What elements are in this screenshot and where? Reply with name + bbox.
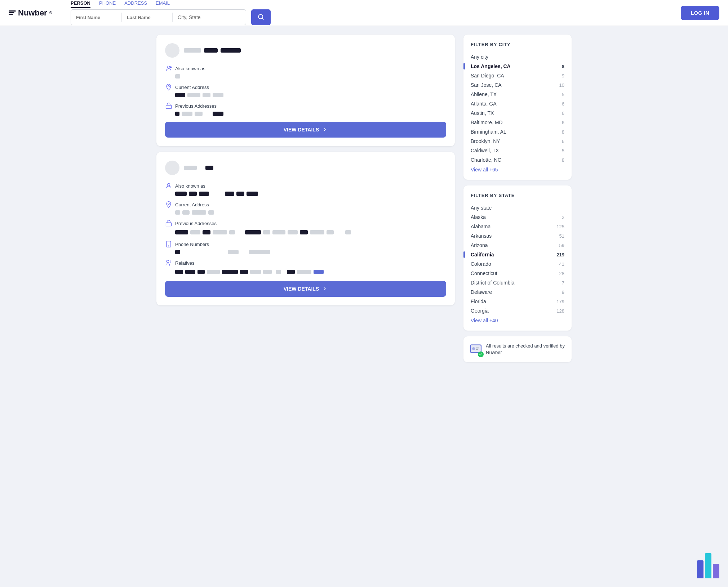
svg-line-1 [262,18,263,19]
card2-rel-content [165,269,446,275]
addr-r3 [203,93,210,97]
c2-rel-r5 [222,270,238,274]
filter-city-birmingham[interactable]: Birmingham, AL 8 [471,127,564,136]
svg-point-3 [170,66,172,68]
card2-phone-row: Phone Numbers [165,241,446,248]
svg-rect-12 [470,345,481,353]
filter-state-delaware[interactable]: Delaware 9 [471,287,564,297]
tab-phone[interactable]: PHONE [99,0,116,8]
verified-area: All results are checked and verified by … [463,336,572,362]
c2-aka-r6 [247,192,258,196]
tab-address[interactable]: ADDRESS [124,0,147,8]
card1-view-details-label: VIEW DETAILS [284,127,319,133]
card2-addr-content [165,210,446,215]
card2-view-details-label: VIEW DETAILS [284,286,319,292]
tab-person[interactable]: PERSON [71,0,90,8]
card2-addr-row: Current Address [165,201,446,208]
filter-state-dc[interactable]: District of Columbia 7 [471,278,564,287]
filter-state-georgia[interactable]: Georgia 128 [471,306,564,315]
c2-prev-r9 [288,230,298,234]
search-first-input[interactable] [71,10,121,25]
verified-text: All results are checked and verified by … [486,343,566,356]
filter-city-charlotte[interactable]: Charlotte, NC 8 [471,155,564,165]
bar-3 [713,564,719,578]
c2-ph-r1 [175,250,180,254]
svg-rect-15 [476,349,478,350]
verified-icon-wrap [469,342,482,357]
card1-prev-row: Previous Addresses [165,102,446,109]
login-button[interactable]: LOG IN [681,6,719,20]
c2-addr-r1 [175,210,180,215]
tab-email[interactable]: EMAIL [156,0,170,8]
c2-prev-r3 [203,230,210,234]
card2-name [184,166,213,170]
c2-aka-icon [165,182,172,189]
chevron-right-icon [322,127,328,133]
c2-rel-r4 [207,270,220,274]
filter-city-austin[interactable]: Austin, TX 6 [471,108,564,118]
filter-city-caldwell[interactable]: Caldwell, TX 5 [471,146,564,155]
city-view-all-link[interactable]: View all +65 [471,167,564,172]
svg-point-11 [167,260,169,263]
search-last-input[interactable] [122,10,172,25]
c2-prev-r13 [345,230,351,234]
filter-city-sanjose[interactable]: San Jose, CA 10 [471,80,564,90]
filter-city-la[interactable]: Los Angeles, CA 8 [471,62,564,71]
card2-phone-content [165,250,446,254]
prev-addr-icon [165,102,172,109]
card1-avatar [165,43,179,58]
search-city-input[interactable] [173,10,246,25]
svg-rect-14 [476,348,479,348]
aka-icon [165,65,172,72]
filter-city-sandiego[interactable]: San Diego, CA 9 [471,71,564,80]
c2-rel-r3 [197,270,205,274]
c2-rel-r12 [314,270,324,274]
svg-point-2 [168,66,170,68]
card2-addr-label: Current Address [175,202,222,207]
svg-point-6 [168,183,170,186]
filter-state-arizona[interactable]: Arizona 59 [471,241,564,250]
card2-aka-content [165,192,446,196]
filter-city-atlanta[interactable]: Atlanta, GA 6 [471,99,564,108]
c2-rel-r2 [185,270,195,274]
filter-state-california[interactable]: California 219 [471,250,564,259]
c2-rel-r10 [287,270,295,274]
c2-aka-r3 [199,192,209,196]
results-area: Also known as Current Address [156,35,455,305]
filter-state-alaska[interactable]: Alaska 2 [471,212,564,222]
filter-state-colorado[interactable]: Colorado 41 [471,259,564,269]
c2-aka-r4 [225,192,234,196]
c2-rel-r11 [297,270,311,274]
card2-prev-label: Previous Addresses [175,221,222,226]
result-card-2: Also known as Current Address [156,152,455,305]
addr-icon [165,84,172,91]
card2-avatar [165,161,179,175]
filter-city-title: FILTER BY CITY [471,42,564,47]
filter-city-any[interactable]: Any city [471,52,564,62]
logo[interactable]: Nuwber® [9,8,52,18]
c2-rel-r1 [175,270,183,274]
filter-state-florida[interactable]: Florida 179 [471,297,564,306]
svg-rect-5 [166,105,172,108]
header: Nuwber® PERSON PHONE ADDRESS EMAIL LOG I… [0,0,728,26]
filter-state-arkansas[interactable]: Arkansas 51 [471,231,564,241]
result-card-1: Also known as Current Address [156,35,455,146]
filter-state-connecticut[interactable]: Connecticut 28 [471,269,564,278]
card1-view-details-btn[interactable]: VIEW DETAILS [165,122,446,138]
prev-r4 [213,112,223,116]
filter-city-abilene[interactable]: Abilene, TX 5 [471,90,564,99]
c2-prev-r7 [263,230,270,234]
search-icon [258,14,264,20]
filter-city-brooklyn[interactable]: Brooklyn, NY 6 [471,136,564,146]
c2-addr-icon [165,201,172,208]
svg-point-13 [472,347,475,350]
filter-state-any[interactable]: Any state [471,203,564,212]
search-button[interactable] [251,9,271,25]
state-view-all-link[interactable]: View all +40 [471,318,564,323]
filter-city-baltimore[interactable]: Baltimore, MD 6 [471,118,564,127]
card1-prev-label: Previous Addresses [175,103,222,109]
c2-ph-r3 [249,250,270,254]
filter-state-alabama[interactable]: Alabama 125 [471,222,564,231]
bar-2 [705,553,711,578]
card2-view-details-btn[interactable]: VIEW DETAILS [165,281,446,297]
